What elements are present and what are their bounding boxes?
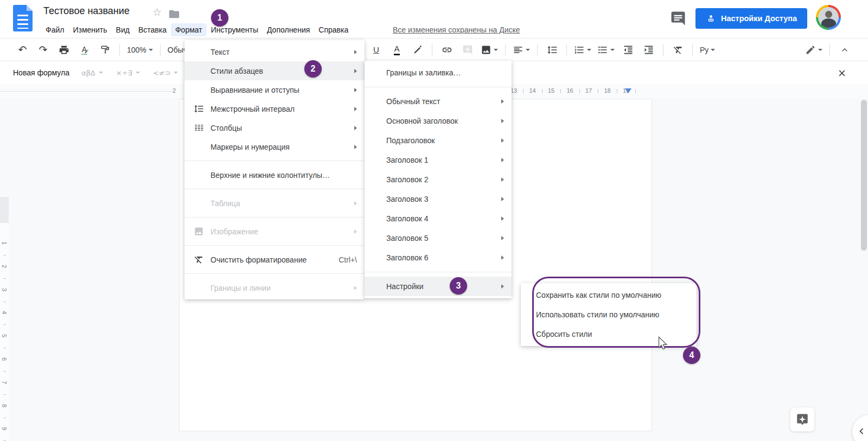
menubar-item-2[interactable]: Вид: [112, 23, 134, 36]
input-tools-select[interactable]: Ру: [699, 42, 716, 58]
menubar-item-3[interactable]: Вставка: [134, 23, 171, 36]
format-menu-item-2[interactable]: Выравнивание и отступы: [184, 80, 365, 99]
formula-symbols-dropdown-0[interactable]: αβΔ: [81, 69, 103, 77]
submenu-arrow-icon: [501, 119, 504, 123]
line-spacing-icon: [192, 104, 205, 114]
share-button[interactable]: Настройки Доступа: [695, 8, 807, 29]
avatar[interactable]: [816, 5, 841, 30]
vertical-ruler-margin: [0, 197, 9, 223]
formula-symbols-label: <≠⊃: [153, 69, 171, 77]
insert-image-button[interactable]: [480, 42, 499, 58]
undo-button[interactable]: ↶: [14, 42, 31, 58]
paint-format-button[interactable]: [97, 42, 113, 58]
menubar-item-6[interactable]: Дополнения: [263, 23, 314, 36]
submenu-arrow-icon: [501, 138, 504, 143]
vertical-ruler[interactable]: 12345678910111213: [0, 196, 9, 441]
outdent-icon: [623, 44, 634, 55]
step-badge-number: 3: [456, 281, 461, 291]
format-menu-item-4[interactable]: Столбцы: [184, 118, 365, 137]
options-menu-item-0[interactable]: Сохранить как стили по умолчанию: [521, 285, 697, 305]
print-button[interactable]: [55, 42, 72, 58]
styles-menu-item-10[interactable]: Заголовок 6: [365, 248, 512, 267]
styles-menu-item-5[interactable]: Заголовок 1: [365, 150, 512, 170]
collapse-toolbar-button[interactable]: [836, 42, 853, 58]
menubar-item-0[interactable]: Файл: [41, 23, 68, 36]
menu-shortcut: Ctrl+\: [339, 255, 357, 264]
line-spacing-icon: [547, 44, 558, 55]
menubar-item-7[interactable]: Справка: [314, 23, 353, 36]
options-menu-item-1[interactable]: Использовать стили по умолчанию: [521, 305, 697, 324]
explore-button[interactable]: [790, 407, 815, 432]
close-icon[interactable]: ×: [835, 66, 848, 79]
styles-menu-item-6[interactable]: Заголовок 2: [365, 170, 512, 189]
comments-button[interactable]: [670, 10, 686, 27]
bullet-list-button[interactable]: [596, 42, 616, 58]
styles-menu-item-9[interactable]: Заголовок 5: [365, 228, 512, 248]
zoom-select-label: 100%: [127, 46, 146, 54]
step-badge-number: 1: [218, 13, 222, 23]
star-icon[interactable]: ☆: [152, 6, 162, 18]
format-menu-item-label: Верхние и нижние колонтитулы…: [210, 171, 357, 180]
submenu-arrow-icon: [354, 126, 357, 130]
indent-button[interactable]: [640, 42, 657, 58]
formula-symbols-dropdown-2[interactable]: <≠⊃: [153, 69, 178, 77]
format-menu-item-label: Таблица: [210, 199, 347, 208]
submenu-arrow-icon: [354, 201, 357, 206]
menubar-item-4[interactable]: Формат: [171, 23, 207, 36]
toolbar-right-group: [804, 39, 853, 61]
submenu-arrow-icon: [354, 50, 357, 54]
format-menu-item-1[interactable]: Стили абзацев: [184, 61, 365, 80]
styles-menu-item-2[interactable]: Обычный текст: [365, 92, 512, 111]
underline-button[interactable]: U: [368, 42, 385, 58]
styles-menu-item-8[interactable]: Заголовок 4: [365, 209, 512, 228]
formula-symbols-dropdown-1[interactable]: ×÷∃: [116, 69, 140, 77]
styles-menu-item-label: Заголовок 6: [386, 253, 494, 262]
align-button[interactable]: [512, 42, 531, 58]
numbered-list-button[interactable]: [573, 42, 592, 58]
hide-panel-button[interactable]: [852, 415, 868, 441]
new-formula-label[interactable]: Новая формула: [13, 68, 69, 77]
document-title[interactable]: Тестовое название: [43, 5, 130, 17]
format-menu-separator: [184, 217, 365, 218]
dropdown-arrow-icon: [587, 49, 591, 51]
ruler-tick: [3, 324, 6, 325]
step-badge-number: 4: [690, 350, 694, 360]
editing-mode-button[interactable]: [804, 42, 824, 58]
saved-status-link[interactable]: Все изменения сохранены на Диске: [393, 25, 520, 34]
format-menu-item-3[interactable]: Межстрочный интервал: [184, 99, 365, 118]
styles-menu-item-4[interactable]: Подзаголовок: [365, 131, 512, 150]
ruler-tick: [560, 89, 561, 93]
styles-menu-item-0[interactable]: Границы и заливка…: [365, 63, 512, 82]
docs-logo-icon[interactable]: [13, 5, 33, 31]
styles-menu-item-3[interactable]: Основной заголовок: [365, 111, 512, 131]
step-badge-2: 2: [304, 60, 322, 78]
undo-icon: ↶: [18, 44, 27, 55]
styles-menu-item-12[interactable]: Настройки: [365, 277, 512, 296]
indent-icon: [643, 44, 654, 55]
redo-button[interactable]: ↷: [35, 42, 52, 58]
format-menu-item-0[interactable]: Текст: [184, 42, 365, 61]
highlight-color-button[interactable]: [409, 42, 426, 58]
format-menu-item-5[interactable]: Маркеры и нумерация: [184, 137, 365, 156]
submenu-arrow-icon: [354, 88, 357, 92]
format-menu-separator: [184, 161, 365, 161]
menubar-item-1[interactable]: Изменить: [68, 23, 111, 36]
outdent-button[interactable]: [620, 42, 636, 58]
options-menu-item-2[interactable]: Сбросить стили: [521, 324, 697, 344]
clear-formatting-button[interactable]: [669, 42, 686, 58]
vertical-scrollbar[interactable]: [861, 100, 867, 251]
insert-link-button[interactable]: [438, 42, 455, 58]
ruler-number: 16: [566, 87, 573, 94]
numbered-list-icon: [574, 44, 585, 55]
spellcheck-button[interactable]: A✓: [76, 42, 93, 58]
folder-icon[interactable]: [168, 8, 180, 20]
styles-menu-item-7[interactable]: Заголовок 3: [365, 189, 512, 209]
format-menu-item-7[interactable]: Верхние и нижние колонтитулы…: [184, 165, 365, 184]
format-menu-item-13[interactable]: Очистить форматированиеCtrl+\: [184, 250, 365, 269]
toolbar-separator: [505, 44, 506, 56]
zoom-select[interactable]: 100%: [126, 42, 154, 58]
text-color-button[interactable]: A: [388, 42, 405, 58]
line-spacing-button[interactable]: [544, 42, 560, 58]
image-gray-icon: [192, 226, 205, 237]
toolbar-separator: [663, 44, 663, 56]
